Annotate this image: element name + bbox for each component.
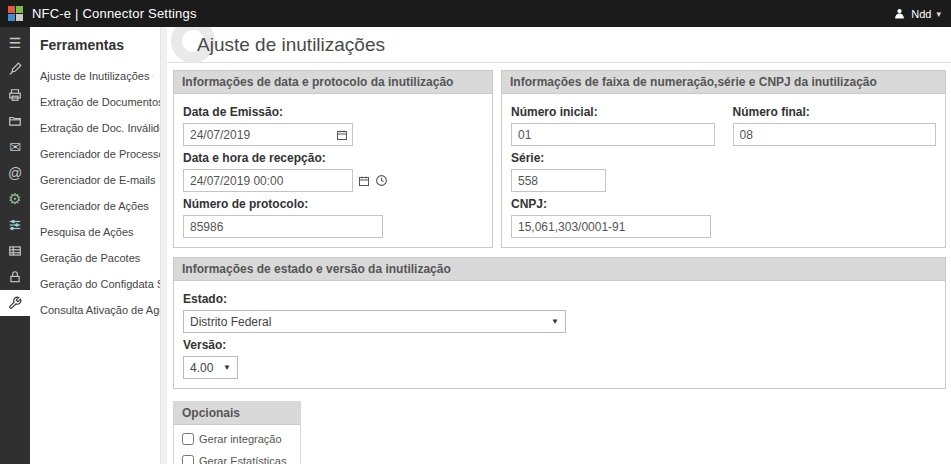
sidebar-item-label: Gerenciador de E-mails bbox=[40, 174, 156, 186]
emission-date-input[interactable] bbox=[183, 123, 353, 146]
user-name: Ndd bbox=[911, 8, 931, 20]
panel-range-title: Informações de faixa de numeração,série … bbox=[502, 71, 945, 94]
sidebar-title: Ferramentas bbox=[30, 35, 160, 63]
panel-opcionais-title: Opcionais bbox=[174, 402, 300, 425]
brush-icon[interactable] bbox=[0, 56, 30, 82]
page-title: Ajuste de inutilizações bbox=[197, 34, 385, 56]
panel-state-title: Informações de estado e versão da inutil… bbox=[174, 258, 945, 281]
serie-input[interactable] bbox=[511, 169, 606, 192]
numero-inicial-input[interactable] bbox=[511, 123, 715, 146]
versao-label: Versão: bbox=[183, 338, 936, 352]
wrench-icon-active[interactable] bbox=[0, 290, 30, 316]
sidebar-item-label: Extração de Documentos bbox=[40, 96, 164, 108]
app-window: NFC-e | Connector Settings Ndd ▾ ☰ ✉ @ ⚙ bbox=[0, 0, 951, 464]
mail-icon[interactable]: ✉ bbox=[0, 134, 30, 160]
sidebar-item-label: Geração do Configdata SAT bbox=[40, 278, 177, 290]
calendar-icon[interactable] bbox=[336, 129, 348, 141]
reception-datetime-input[interactable] bbox=[183, 169, 353, 192]
sidebar-item-geracao-pacotes[interactable]: Geração de Pacotes bbox=[30, 245, 160, 271]
sidebar-item-label: Geração de Pacotes bbox=[40, 252, 140, 264]
logo-square bbox=[8, 14, 15, 21]
sliders-icon[interactable] bbox=[0, 212, 30, 238]
estado-selected-value: Distrito Federal bbox=[190, 315, 271, 329]
panel-date-protocol-title: Informações de data e protocolo da inuti… bbox=[174, 71, 492, 94]
folders-icon[interactable] bbox=[0, 108, 30, 134]
select-arrow-icon: ▼ bbox=[223, 363, 231, 372]
cursor-icon bbox=[152, 71, 154, 82]
sidebar-item-consulta-ativacao-agente[interactable]: Consulta Ativação de Agente bbox=[30, 297, 160, 323]
numero-final-label: Número final: bbox=[733, 105, 937, 119]
numero-inicial-label: Número inicial: bbox=[511, 105, 715, 119]
at-icon[interactable]: @ bbox=[0, 160, 30, 186]
gerar-integracao-checkbox[interactable] bbox=[182, 433, 194, 445]
checkbox-gerar-estatisticas[interactable]: Gerar Estatísticas bbox=[174, 450, 300, 464]
sidebar-item-label: Ajuste de Inutilizações bbox=[40, 70, 149, 82]
panel-opcionais: Opcionais Gerar integração Gerar Estatís… bbox=[173, 401, 301, 464]
topbar: NFC-e | Connector Settings Ndd ▾ bbox=[0, 0, 951, 27]
clock-icon[interactable] bbox=[375, 174, 388, 187]
sidebar-item-label: Gerenciador de Processos bbox=[40, 148, 170, 160]
versao-select[interactable]: 4.00 ▼ bbox=[183, 356, 238, 379]
sidebar-item-label: Pesquisa de Ações bbox=[40, 226, 134, 238]
sidebar-item-gerenciador-acoes[interactable]: Gerenciador de Ações bbox=[30, 193, 160, 219]
sidebar-item-pesquisa-acoes[interactable]: Pesquisa de Ações bbox=[30, 219, 160, 245]
icon-rail: ☰ ✉ @ ⚙ bbox=[0, 27, 30, 464]
serie-label: Série: bbox=[511, 151, 936, 165]
table-icon[interactable] bbox=[0, 238, 30, 264]
logo-square bbox=[8, 6, 15, 13]
versao-selected-value: 4.00 bbox=[190, 361, 213, 375]
sidebar-item-extracao-documentos[interactable]: Extração de Documentos bbox=[30, 89, 160, 115]
sidebar-item-label: Gerenciador de Ações bbox=[40, 200, 149, 212]
sidebar-item-label: Extração de Doc. Inválidos bbox=[40, 122, 171, 134]
logo-square bbox=[16, 6, 23, 13]
gear-icon[interactable]: ⚙ bbox=[0, 186, 30, 212]
panel-date-protocol: Informações de data e protocolo da inuti… bbox=[173, 70, 493, 248]
chevron-down-icon: ▾ bbox=[936, 9, 941, 19]
protocol-number-label: Número de protocolo: bbox=[183, 197, 483, 211]
content: Informações de data e protocolo da inuti… bbox=[167, 63, 951, 464]
cnpj-label: CNPJ: bbox=[511, 197, 936, 211]
sidebar-item-ajuste-inutilizacoes[interactable]: Ajuste de Inutilizações bbox=[30, 63, 160, 89]
ndd-logo bbox=[8, 6, 23, 21]
checkbox-gerar-integracao[interactable]: Gerar integração bbox=[174, 428, 300, 450]
main-area: Ajuste de inutilizações Informações de d… bbox=[167, 27, 951, 464]
numero-final-input[interactable] bbox=[733, 123, 937, 146]
panel-state-version: Informações de estado e versão da inutil… bbox=[173, 257, 946, 389]
emission-date-label: Data de Emissão: bbox=[183, 105, 483, 119]
sidebar: Ferramentas Ajuste de Inutilizações Extr… bbox=[30, 27, 160, 464]
cnpj-input[interactable] bbox=[511, 215, 711, 238]
page-header: Ajuste de inutilizações bbox=[167, 27, 951, 63]
estado-select[interactable]: Distrito Federal ▼ bbox=[183, 310, 566, 333]
panel-range-serie-cnpj: Informações de faixa de numeração,série … bbox=[501, 70, 946, 248]
user-icon bbox=[893, 7, 906, 20]
sidebar-divider bbox=[160, 27, 167, 464]
user-menu[interactable]: Ndd ▾ bbox=[893, 7, 941, 20]
sidebar-item-gerenciador-processos[interactable]: Gerenciador de Processos bbox=[30, 141, 160, 167]
protocol-number-input[interactable] bbox=[183, 215, 383, 238]
reception-datetime-label: Data e hora de recepção: bbox=[183, 151, 483, 165]
checkbox-label: Gerar Estatísticas bbox=[199, 455, 286, 464]
sidebar-item-gerenciador-emails[interactable]: Gerenciador de E-mails bbox=[30, 167, 160, 193]
gerar-estatisticas-checkbox[interactable] bbox=[182, 455, 194, 464]
estado-label: Estado: bbox=[183, 292, 936, 306]
logo-square bbox=[16, 14, 23, 21]
sidebar-item-extracao-doc-invalidos[interactable]: Extração de Doc. Inválidos bbox=[30, 115, 160, 141]
app-title: NFC-e | Connector Settings bbox=[32, 6, 197, 21]
lock-icon[interactable] bbox=[0, 264, 30, 290]
sidebar-item-geracao-configdata-sat[interactable]: Geração do Configdata SAT bbox=[30, 271, 160, 297]
select-arrow-icon: ▼ bbox=[551, 317, 559, 326]
checkbox-label: Gerar integração bbox=[199, 433, 282, 445]
calendar-icon[interactable] bbox=[358, 175, 370, 187]
menu-icon[interactable]: ☰ bbox=[0, 30, 30, 56]
printer-icon[interactable] bbox=[0, 82, 30, 108]
